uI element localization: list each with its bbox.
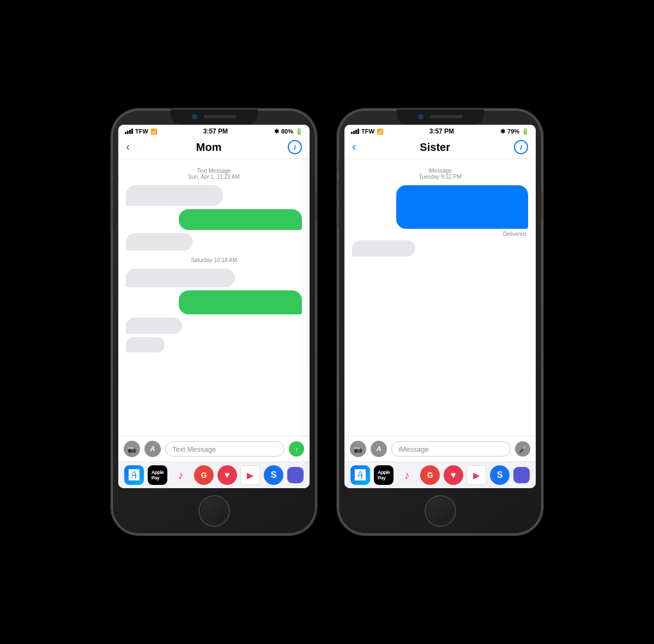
time-label-1: 3:57 PM xyxy=(203,127,228,135)
status-left-1: TFW 📶 xyxy=(125,128,157,135)
dock-shazam-2[interactable]: S xyxy=(490,465,510,485)
info-label-1: i xyxy=(294,143,296,151)
dock-music-2[interactable]: ♪ xyxy=(397,465,417,485)
dock-podcast-2[interactable]: ♥ xyxy=(444,465,463,485)
dock-google-2[interactable]: G xyxy=(420,465,440,485)
dock-2: 🅰 ApplePay ♪ G ♥ ▶ S xyxy=(344,461,536,488)
front-camera-2 xyxy=(418,114,423,119)
input-placeholder-1: Text Message xyxy=(172,445,216,453)
bluetooth-icon-1: ✱ xyxy=(274,128,279,135)
wifi-icon-2: 📶 xyxy=(377,129,383,135)
time-label-2: 3:57 PM xyxy=(429,127,454,135)
bubble-received-1 xyxy=(126,185,223,206)
message-input-2[interactable]: iMessage xyxy=(391,441,511,457)
volume-down-button[interactable] xyxy=(112,208,112,228)
timestamp-2a: iMessageTuesday 9:32 PM xyxy=(352,168,528,180)
info-button-1[interactable]: i xyxy=(288,140,302,154)
phone-top-bar xyxy=(192,114,237,119)
dock-google-1[interactable]: G xyxy=(194,465,214,485)
camera-button-1[interactable]: 📷 xyxy=(124,441,140,457)
dock-extra-1[interactable] xyxy=(287,467,304,483)
mute-button-2[interactable] xyxy=(338,159,338,174)
status-right-2: ✱ 79% 🔋 xyxy=(500,128,529,135)
apps-button-2[interactable]: A xyxy=(371,441,387,457)
delivered-label: Delivered xyxy=(352,231,528,237)
bluetooth-icon-2: ✱ xyxy=(500,128,505,135)
status-left-2: TFW 📶 xyxy=(351,128,383,135)
dock-applepay-2[interactable]: ApplePay xyxy=(374,465,393,485)
dock-shazam-1[interactable]: S xyxy=(264,465,283,485)
status-bar-1: TFW 📶 3:57 PM ✱ 80% 🔋 xyxy=(118,125,310,137)
phone-2: TFW 📶 3:57 PM ✱ 79% 🔋 ‹ Sister i xyxy=(338,110,542,534)
volume-up-button-2[interactable] xyxy=(338,180,338,201)
bar4-2 xyxy=(358,129,359,134)
phone-1: TFW 📶 3:57 PM ✱ 80% 🔋 ‹ Mom i xyxy=(112,110,316,534)
message-input-1[interactable]: Text Message xyxy=(165,441,284,457)
dock-extra-2[interactable] xyxy=(513,467,530,483)
signal-bars-2 xyxy=(351,129,359,134)
phone-1-screen: TFW 📶 3:57 PM ✱ 80% 🔋 ‹ Mom i xyxy=(118,125,310,488)
info-label-2: i xyxy=(520,143,522,151)
bubble-sent-imessage-1 xyxy=(396,185,528,229)
phone-2-screen: TFW 📶 3:57 PM ✱ 79% 🔋 ‹ Sister i xyxy=(344,125,536,488)
input-bar-2: 📷 A iMessage 🎤 xyxy=(344,436,536,461)
back-button-1[interactable]: ‹ xyxy=(126,140,130,154)
front-camera xyxy=(192,114,197,119)
battery-icon-2: 🔋 xyxy=(522,128,529,135)
earpiece xyxy=(204,115,237,118)
bubble-sent-1 xyxy=(179,209,302,230)
carrier-label-2: TFW xyxy=(361,128,374,135)
bubble-sent-2 xyxy=(179,290,302,314)
nav-bar-2: ‹ Sister i xyxy=(344,137,536,159)
bar3 xyxy=(129,130,131,134)
wifi-icon-1: 📶 xyxy=(150,129,157,135)
mic-button-2[interactable]: 🎤 xyxy=(515,441,530,457)
dock-applepay-1[interactable]: ApplePay xyxy=(148,465,167,485)
home-button-2[interactable] xyxy=(425,495,456,527)
apps-button-1[interactable]: A xyxy=(144,441,161,457)
nav-title-2: Sister xyxy=(420,141,450,154)
dock-appstore-2[interactable]: 🅰 xyxy=(350,465,370,485)
bar3-2 xyxy=(355,130,357,134)
power-button-2[interactable] xyxy=(542,191,542,221)
status-right-1: ✱ 80% 🔋 xyxy=(274,128,303,135)
battery-icon-1: 🔋 xyxy=(295,128,303,135)
signal-bars-1 xyxy=(125,129,133,134)
dock-youtube-1[interactable]: ▶ xyxy=(240,465,260,485)
bubble-received-2 xyxy=(126,233,193,251)
volume-down-button-2[interactable] xyxy=(338,208,338,228)
bubble-received-5 xyxy=(126,337,165,353)
dock-1: 🅰 ApplePay ♪ G ♥ ▶ S xyxy=(118,461,310,488)
nav-title-1: Mom xyxy=(196,141,222,154)
input-bar-1: 📷 A Text Message ↑ xyxy=(118,436,310,461)
back-button-2[interactable]: ‹ xyxy=(352,140,356,154)
bar2 xyxy=(127,131,129,134)
battery-label-1: 80% xyxy=(281,128,293,135)
timestamp-1b: Saturday 10:18 AM xyxy=(126,257,302,263)
bar1 xyxy=(125,132,126,134)
camera-button-2[interactable]: 📷 xyxy=(350,441,366,457)
bubble-received-imessage-1 xyxy=(352,240,415,257)
chat-area-1: Text MessageSun, Apr 1, 11:23 AM Saturda… xyxy=(118,159,310,436)
carrier-label-1: TFW xyxy=(135,128,148,135)
nav-bar-1: ‹ Mom i xyxy=(118,137,310,159)
info-button-2[interactable]: i xyxy=(514,140,528,154)
dock-podcast-1[interactable]: ♥ xyxy=(217,465,237,485)
bubble-received-3 xyxy=(126,269,235,287)
dock-appstore-1[interactable]: 🅰 xyxy=(124,465,144,485)
dock-music-1[interactable]: ♪ xyxy=(171,465,191,485)
chat-area-2: iMessageTuesday 9:32 PM Delivered xyxy=(344,159,536,436)
bubble-received-4 xyxy=(126,318,182,334)
bar1-2 xyxy=(351,132,353,134)
earpiece-2 xyxy=(430,115,463,118)
power-button[interactable] xyxy=(316,191,316,221)
home-button[interactable] xyxy=(198,495,230,527)
mute-button[interactable] xyxy=(112,159,112,174)
volume-up-button[interactable] xyxy=(112,180,112,201)
status-bar-2: TFW 📶 3:57 PM ✱ 79% 🔋 xyxy=(344,125,536,137)
bar2-2 xyxy=(353,131,355,134)
dock-youtube-2[interactable]: ▶ xyxy=(467,465,486,485)
send-button-1[interactable]: ↑ xyxy=(289,441,304,457)
battery-label-2: 79% xyxy=(507,128,519,135)
timestamp-1a: Text MessageSun, Apr 1, 11:23 AM xyxy=(126,168,302,180)
